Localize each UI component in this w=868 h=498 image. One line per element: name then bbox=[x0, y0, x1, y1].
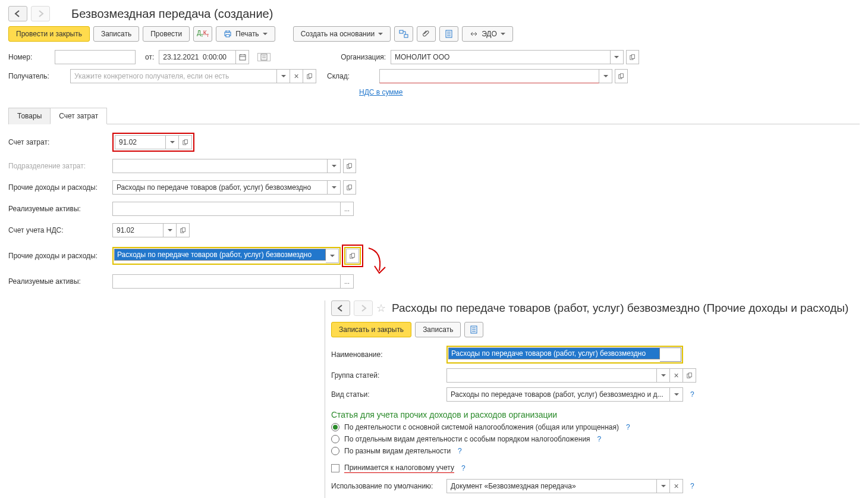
assets2-input[interactable] bbox=[112, 274, 341, 289]
radio-main-tax-label: По деятельности с основной системой нало… bbox=[344, 423, 619, 431]
vat-account-dropdown[interactable] bbox=[163, 223, 177, 237]
division-dropdown[interactable] bbox=[328, 159, 341, 173]
attachments-button[interactable] bbox=[417, 26, 436, 42]
division-open[interactable] bbox=[343, 159, 356, 173]
warehouse-open[interactable] bbox=[615, 69, 628, 83]
radio-special-tax-label: По отдельным видам деятельности с особым… bbox=[344, 435, 590, 443]
division-input[interactable] bbox=[112, 159, 328, 173]
detail-group-dropdown[interactable] bbox=[657, 368, 670, 383]
detail-back-button[interactable] bbox=[331, 300, 350, 316]
recipient-label: Получатель: bbox=[8, 72, 65, 80]
assets2-label: Реализуемые активы: bbox=[8, 277, 112, 286]
svg-rect-3 bbox=[400, 30, 403, 33]
default-usage-label: Использование по умолчанию: bbox=[331, 482, 442, 490]
vat-account-input[interactable] bbox=[112, 223, 163, 237]
default-usage-input[interactable] bbox=[446, 479, 657, 493]
organization-input[interactable] bbox=[391, 50, 611, 64]
assets-input[interactable] bbox=[112, 202, 341, 216]
recipient-open[interactable] bbox=[303, 69, 316, 83]
detail-save-button[interactable]: Записать bbox=[415, 322, 461, 337]
vat-account-open[interactable] bbox=[177, 223, 190, 237]
help-icon[interactable]: ? bbox=[461, 464, 466, 472]
organization-open[interactable] bbox=[626, 50, 639, 64]
help-icon[interactable]: ? bbox=[690, 390, 694, 399]
warehouse-input[interactable] bbox=[379, 69, 599, 83]
detail-group-clear[interactable] bbox=[670, 368, 683, 383]
back-button[interactable] bbox=[8, 6, 27, 21]
create-based-on-button[interactable]: Создать на основании bbox=[293, 26, 391, 42]
other-income2-input[interactable]: Расходы по передаче товаров (работ, услу… bbox=[114, 249, 326, 261]
svg-rect-25 bbox=[348, 164, 351, 168]
help-icon[interactable]: ? bbox=[458, 447, 462, 455]
favorite-star-icon[interactable]: ☆ bbox=[376, 302, 386, 315]
svg-rect-21 bbox=[620, 74, 623, 78]
detail-group-open[interactable] bbox=[683, 368, 696, 383]
help-icon[interactable]: ? bbox=[626, 423, 630, 431]
detail-save-close-button[interactable]: Записать и закрыть bbox=[331, 322, 411, 337]
detail-section-title: Статья для учета прочих доходов и расход… bbox=[331, 410, 860, 419]
other-income-open[interactable] bbox=[343, 180, 356, 195]
report-button[interactable] bbox=[439, 26, 458, 42]
svg-rect-4 bbox=[404, 35, 408, 37]
forward-button[interactable] bbox=[31, 6, 50, 21]
organization-dropdown[interactable] bbox=[611, 50, 624, 64]
cost-account-input[interactable] bbox=[115, 135, 166, 149]
detail-type-input[interactable] bbox=[446, 387, 670, 402]
detail-name-input[interactable]: Расходы по передаче товаров (работ, услу… bbox=[448, 347, 660, 359]
help-icon[interactable]: ? bbox=[597, 435, 602, 443]
detail-name-label: Наименование: bbox=[331, 350, 442, 359]
number-label: Номер: bbox=[8, 53, 50, 61]
tax-accepted-label: Принимается к налоговому учету bbox=[344, 463, 454, 473]
detail-report-button[interactable] bbox=[464, 322, 483, 337]
detail-title: Расходы по передаче товаров (работ, услу… bbox=[392, 302, 848, 315]
svg-rect-37 bbox=[688, 373, 691, 377]
organization-label: Организация: bbox=[341, 53, 386, 61]
cost-account-dropdown[interactable] bbox=[166, 135, 179, 149]
edo-button[interactable]: ЭДО bbox=[462, 26, 513, 42]
other-income2-dropdown[interactable] bbox=[326, 249, 339, 263]
print-button[interactable]: Печать bbox=[216, 26, 275, 42]
cost-account-open[interactable] bbox=[179, 135, 192, 149]
svg-rect-19 bbox=[309, 74, 312, 78]
dtkt-button[interactable]: ДтКт bbox=[193, 26, 212, 42]
date-input[interactable] bbox=[159, 50, 236, 64]
post-close-button[interactable]: Провести и закрыть bbox=[8, 26, 90, 42]
recipient-dropdown[interactable] bbox=[277, 69, 290, 83]
vat-account-label: Счет учета НДС: bbox=[8, 226, 112, 234]
svg-rect-13 bbox=[261, 54, 267, 60]
annotation-arrow-icon bbox=[365, 247, 389, 277]
svg-rect-17 bbox=[631, 55, 634, 59]
default-usage-clear[interactable] bbox=[670, 479, 683, 493]
number-input[interactable] bbox=[55, 50, 136, 64]
default-usage-dropdown[interactable] bbox=[657, 479, 670, 493]
recipient-input[interactable] bbox=[70, 69, 277, 83]
radio-main-tax[interactable] bbox=[331, 423, 339, 431]
tax-accepted-checkbox[interactable] bbox=[331, 464, 339, 472]
assets2-select[interactable] bbox=[341, 274, 354, 289]
detail-group-input[interactable] bbox=[446, 368, 657, 383]
radio-mixed[interactable] bbox=[331, 447, 339, 455]
warehouse-dropdown[interactable] bbox=[599, 69, 612, 83]
detail-forward-button[interactable] bbox=[354, 300, 373, 316]
detail-group-label: Группа статей: bbox=[331, 371, 442, 380]
tab-goods[interactable]: Товары bbox=[8, 108, 51, 124]
svg-rect-1 bbox=[226, 30, 229, 32]
detail-type-dropdown[interactable] bbox=[670, 387, 683, 402]
assets-select[interactable] bbox=[341, 202, 354, 216]
related-docs-button[interactable] bbox=[394, 26, 413, 42]
assets-label: Реализуемые активы: bbox=[8, 205, 112, 213]
recipient-clear[interactable] bbox=[290, 69, 303, 83]
vat-mode-link[interactable]: НДС в сумме bbox=[359, 88, 403, 96]
help-icon[interactable]: ? bbox=[690, 482, 694, 490]
other-income-dropdown[interactable] bbox=[328, 180, 341, 195]
svg-rect-9 bbox=[240, 55, 246, 60]
calendar-icon[interactable] bbox=[236, 50, 249, 64]
post-button[interactable]: Провести bbox=[143, 26, 190, 42]
other-income-input[interactable] bbox=[112, 180, 328, 195]
other-income2-open[interactable] bbox=[346, 249, 359, 263]
tab-cost[interactable]: Счет затрат bbox=[50, 108, 107, 124]
save-button[interactable]: Записать bbox=[93, 26, 139, 42]
date-extra-button[interactable] bbox=[257, 53, 271, 61]
svg-rect-23 bbox=[184, 140, 187, 144]
radio-special-tax[interactable] bbox=[331, 435, 339, 443]
